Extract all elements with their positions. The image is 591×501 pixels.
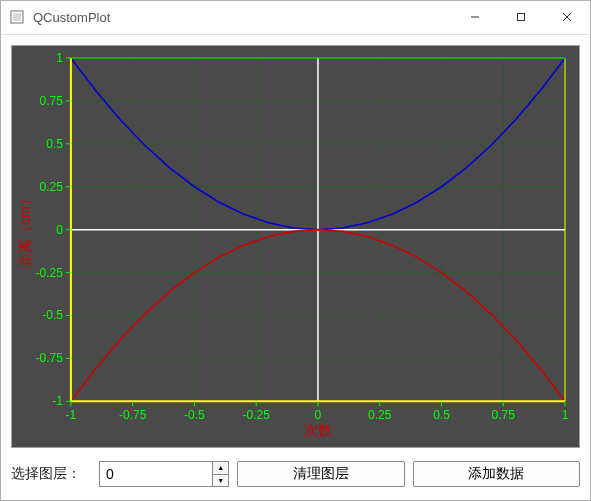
svg-text:-1: -1 <box>52 394 63 408</box>
svg-text:次数: 次数 <box>304 422 332 438</box>
window-title: QCustomPlot <box>33 10 452 25</box>
svg-text:0: 0 <box>56 222 63 236</box>
minimize-button[interactable] <box>452 1 498 34</box>
svg-text:0.5: 0.5 <box>433 408 450 422</box>
app-icon <box>9 9 25 25</box>
client-area: -1-0.75-0.5-0.2500.250.50.751-1-0.75-0.5… <box>1 35 590 500</box>
svg-text:0.25: 0.25 <box>40 179 64 193</box>
svg-text:-0.5: -0.5 <box>184 408 205 422</box>
plot-area[interactable]: -1-0.75-0.5-0.2500.250.50.751-1-0.75-0.5… <box>11 45 580 448</box>
svg-rect-1 <box>13 13 21 21</box>
layer-spin-input[interactable] <box>100 462 212 486</box>
spin-buttons: ▲ ▼ <box>212 462 228 486</box>
svg-text:-0.25: -0.25 <box>36 265 64 279</box>
spin-down-button[interactable]: ▼ <box>213 474 228 487</box>
svg-text:距离（cm）: 距离（cm） <box>17 192 33 267</box>
titlebar: QCustomPlot <box>1 1 590 35</box>
svg-text:-0.25: -0.25 <box>243 408 271 422</box>
svg-text:0.5: 0.5 <box>46 137 63 151</box>
clear-layer-button[interactable]: 清理图层 <box>237 461 405 487</box>
svg-text:-0.75: -0.75 <box>119 408 147 422</box>
app-window: QCustomPlot -1-0.75-0.5-0.2500.250.50.75… <box>0 0 591 501</box>
svg-text:0.25: 0.25 <box>368 408 392 422</box>
add-data-button[interactable]: 添加数据 <box>413 461 581 487</box>
spin-up-button[interactable]: ▲ <box>213 462 228 474</box>
svg-text:0.75: 0.75 <box>492 408 516 422</box>
layer-spinbox[interactable]: ▲ ▼ <box>99 461 229 487</box>
svg-rect-3 <box>518 14 525 21</box>
svg-text:0.75: 0.75 <box>40 94 64 108</box>
maximize-button[interactable] <box>498 1 544 34</box>
titlebar-buttons <box>452 1 590 34</box>
select-layer-label: 选择图层： <box>11 465 91 483</box>
svg-text:1: 1 <box>56 51 63 65</box>
svg-text:-0.5: -0.5 <box>42 308 63 322</box>
svg-text:1: 1 <box>562 408 569 422</box>
bottom-toolbar: 选择图层： ▲ ▼ 清理图层 添加数据 <box>11 448 580 490</box>
svg-text:-0.75: -0.75 <box>36 351 64 365</box>
svg-text:-1: -1 <box>66 408 77 422</box>
svg-text:0: 0 <box>315 408 322 422</box>
close-button[interactable] <box>544 1 590 34</box>
plot-canvas: -1-0.75-0.5-0.2500.250.50.751-1-0.75-0.5… <box>16 50 575 443</box>
